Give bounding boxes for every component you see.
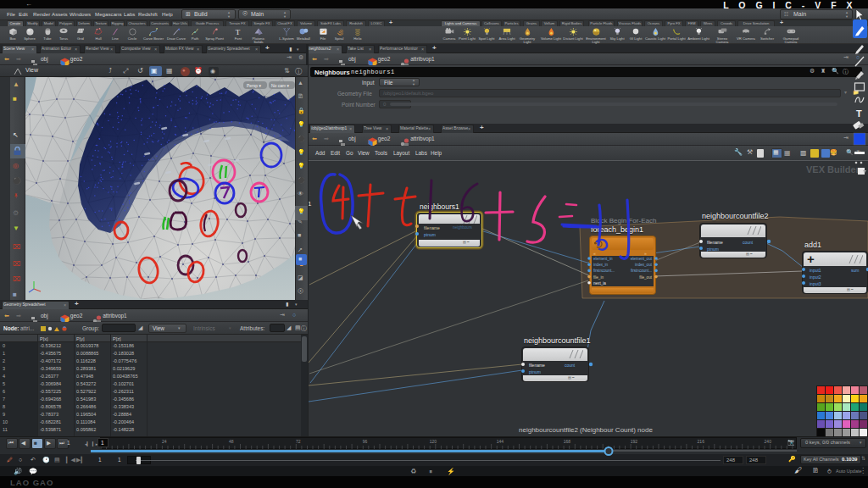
svg-text:192: 192	[631, 439, 638, 444]
svg-text:24: 24	[162, 439, 167, 444]
svg-text:96: 96	[363, 439, 368, 444]
svg-text:48: 48	[229, 439, 234, 444]
svg-text:216: 216	[698, 439, 705, 444]
svg-text:120: 120	[430, 439, 437, 444]
svg-text:72: 72	[296, 439, 301, 444]
svg-text:T: T	[856, 108, 862, 119]
svg-text:T: T	[236, 28, 241, 36]
svg-text:144: 144	[497, 439, 504, 444]
svg-text:240: 240	[765, 439, 772, 444]
svg-text:168: 168	[564, 439, 571, 444]
